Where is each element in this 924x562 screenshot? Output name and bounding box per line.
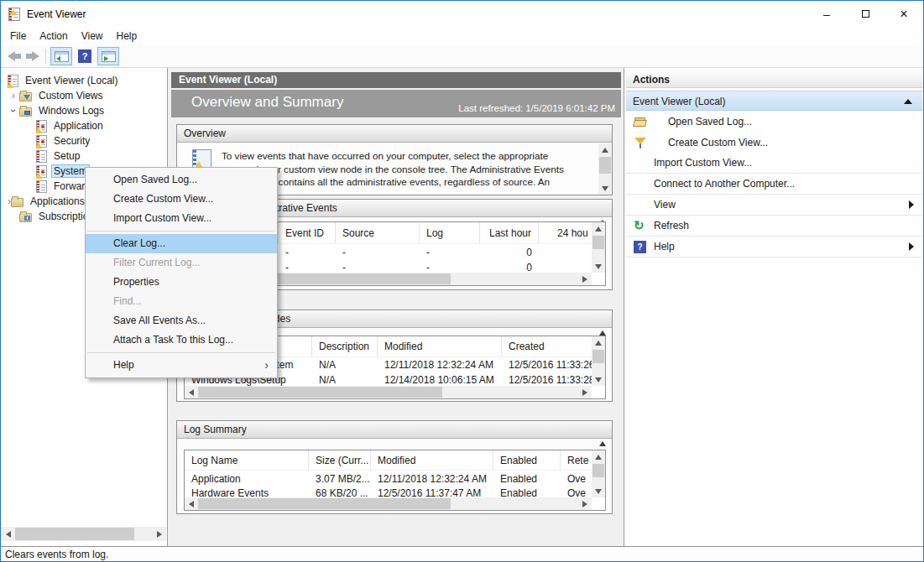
action-create-custom-view[interactable]: Create Custom View... [626,132,922,153]
open-folder-icon [634,115,648,128]
tree-item-setup[interactable]: Setup [1,148,167,164]
menu-item-properties[interactable]: Properties [86,273,277,292]
help-toolbar-button[interactable]: ? [74,47,96,65]
column-size[interactable]: Size (Curr... [309,450,371,470]
scroll-left-icon[interactable] [185,497,198,510]
console-tree-icon [55,51,69,62]
scroll-down-icon[interactable] [598,182,612,195]
overview-section-header[interactable]: Overview [177,125,612,143]
chevron-down-icon[interactable]: › [8,105,19,117]
table-vertical-scrollbar[interactable] [592,222,605,273]
column-modified[interactable]: Modified [371,450,493,470]
tree-item-custom-views[interactable]: › Custom Views [1,88,167,103]
scroll-right-icon[interactable] [578,386,592,398]
collapse-icon[interactable] [599,206,606,223]
page-title: Overview and Summary [191,94,343,111]
menu-file[interactable]: File [3,29,33,44]
action-connect-another-computer[interactable]: Connect to Another Computer... [626,174,922,195]
scroll-right-icon[interactable] [152,527,166,541]
scrollbar-thumb[interactable] [593,464,604,477]
column-event-id[interactable]: Event ID [279,222,336,243]
maximize-button[interactable] [846,1,885,27]
scroll-up-icon[interactable] [592,222,605,235]
back-icon[interactable] [8,51,21,61]
submenu-arrow-icon [909,242,914,251]
column-log[interactable]: Log [420,222,480,243]
window-title: Event Viewer [27,8,86,20]
scroll-up-icon[interactable] [598,143,612,156]
log-icon [36,150,47,163]
collapse-icon[interactable] [599,316,606,334]
maximize-icon [862,10,869,18]
scroll-down-icon[interactable] [592,260,605,273]
column-modified[interactable]: Modified [378,336,502,356]
menu-item-filter-current-log[interactable]: Filter Current Log... [86,253,277,273]
tree-item-event-viewer-local[interactable]: Event Viewer (Local) [1,73,167,88]
tree-item-windows-logs[interactable]: › Windows Logs [1,103,167,118]
column-created[interactable]: Created [502,336,605,356]
forward-icon[interactable] [26,51,39,61]
scroll-up-icon[interactable] [592,450,605,463]
minimize-button[interactable]: – [807,1,846,27]
table-vertical-scrollbar[interactable] [592,336,605,386]
scrollbar-thumb[interactable] [593,236,604,249]
tree-item-application[interactable]: Application [1,118,167,133]
scrollbar-thumb[interactable] [593,350,604,363]
menu-item-clear-log[interactable]: Clear Log... [86,234,277,253]
column-enabled[interactable]: Enabled [493,450,561,470]
scroll-down-icon[interactable] [592,485,605,497]
menu-action[interactable]: Action [33,29,74,44]
column-source[interactable]: Source [336,222,420,243]
action-help[interactable]: ? Help [626,237,922,258]
action-import-custom-view[interactable]: Import Custom View... [626,153,922,174]
overview-vertical-scrollbar[interactable] [598,143,612,195]
menu-item-attach-task[interactable]: Attach a Task To this Log... [86,330,277,350]
tree-item-security[interactable]: Security [1,133,167,148]
scrollbar-thumb[interactable] [198,498,451,509]
scrollbar-thumb[interactable] [599,157,611,174]
submenu-chevron-icon: › [264,356,269,375]
scroll-right-icon[interactable] [578,273,592,285]
column-last-hour[interactable]: Last hour [480,222,539,243]
scroll-right-icon[interactable] [578,497,592,510]
action-open-saved-log[interactable]: Open Saved Log... [626,111,922,132]
menu-help[interactable]: Help [110,29,144,44]
folder-icon [11,198,23,207]
tree-horizontal-scrollbar[interactable] [1,527,166,541]
show-action-pane-button[interactable] [97,47,119,65]
menu-item-find[interactable]: Find... [86,292,277,311]
scroll-up-icon[interactable] [592,336,605,349]
chevron-right-icon[interactable]: › [8,90,19,101]
menu-item-save-all-events-as[interactable]: Save All Events As... [86,311,277,330]
log-summary-section-header[interactable]: Log Summary [177,421,612,439]
scroll-left-icon[interactable] [1,527,15,541]
action-refresh[interactable]: ↻ Refresh [626,216,922,237]
column-log-name[interactable]: Log Name [185,450,309,470]
table-row[interactable]: Application 3.07 MB/2... 12/11/2018 12:3… [185,471,605,487]
actions-pane: Actions Event Viewer (Local) Open Saved … [625,68,923,546]
actions-group-header[interactable]: Event Viewer (Local) [626,91,922,111]
close-button[interactable]: × [885,1,923,27]
scroll-left-icon[interactable] [185,386,198,398]
title-bar: Event Viewer – × [1,1,923,27]
menu-item-open-saved-log[interactable]: Open Saved Log... [86,170,277,190]
menu-item-create-custom-view[interactable]: Create Custom View... [86,190,277,209]
menu-view[interactable]: View [75,29,110,44]
folder-table-icon [19,213,32,222]
show-console-tree-button[interactable] [50,47,72,65]
menu-item-help[interactable]: Help › [86,356,277,375]
overview-banner: Overview and Summary Last refreshed: 1/5… [171,90,621,117]
collapse-icon[interactable] [904,99,912,104]
toolbar-separator [45,49,46,64]
log-warning-icon [36,165,47,178]
table-horizontal-scrollbar[interactable] [185,386,592,398]
menu-item-import-custom-view[interactable]: Import Custom View... [86,209,277,228]
scrollbar-thumb[interactable] [15,528,134,540]
scrollbar-thumb[interactable] [198,387,442,398]
table-horizontal-scrollbar[interactable] [185,497,592,510]
collapse-icon[interactable] [599,427,606,445]
table-vertical-scrollbar[interactable] [592,450,605,497]
column-description[interactable]: Description [312,336,378,356]
action-view[interactable]: View [626,195,922,216]
scroll-down-icon[interactable] [592,373,605,386]
